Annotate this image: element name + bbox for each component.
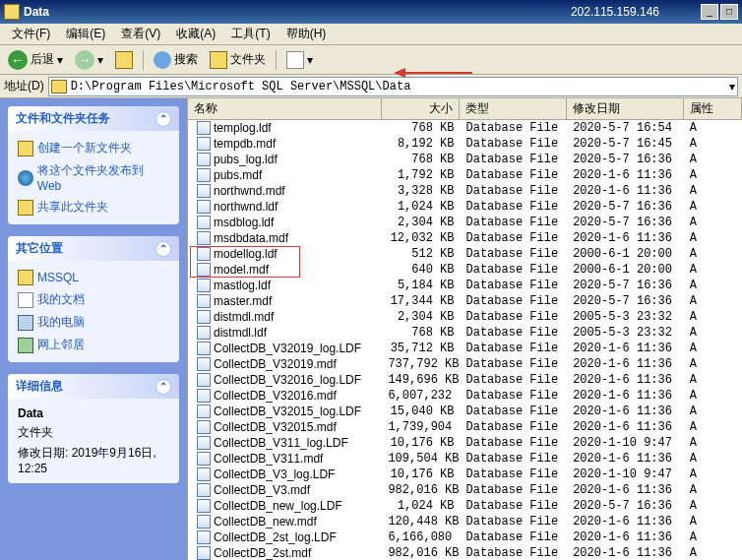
file-attr: A (684, 499, 742, 513)
minimize-button[interactable]: _ (701, 4, 718, 20)
file-name: msdblog.ldf (214, 216, 274, 229)
file-attr: A (684, 389, 742, 403)
file-attr: A (684, 452, 742, 466)
menu-favorites[interactable]: 收藏(A) (168, 24, 223, 44)
other-title: 其它位置 (16, 240, 63, 257)
file-icon (197, 389, 211, 403)
other-header[interactable]: 其它位置 ⌃ (8, 236, 179, 261)
file-row[interactable]: tempdb.mdf8,192 KBDatabase File2020-5-7 … (188, 136, 742, 152)
place-item[interactable]: 我的文档 (18, 288, 169, 311)
file-name: CollectDB_V311_log.LDF (214, 436, 348, 450)
tasks-title: 文件和文件夹任务 (16, 110, 110, 127)
file-row[interactable]: model.mdf640 KBDatabase File2000-6-1 20:… (188, 262, 742, 278)
file-name: distmdl.mdf (214, 310, 274, 324)
menu-view[interactable]: 查看(V) (113, 24, 168, 44)
details-header[interactable]: 详细信息 ⌃ (8, 374, 179, 399)
folders-button[interactable]: 文件夹 (206, 49, 270, 71)
task-item[interactable]: 将这个文件夹发布到 Web (18, 159, 169, 196)
views-button[interactable]: ▾ (282, 49, 317, 71)
file-row[interactable]: CollectDB_new_log.LDF1,024 KBDatabase Fi… (188, 498, 742, 514)
menu-tools[interactable]: 工具(T) (223, 24, 278, 44)
file-attr: A (684, 420, 742, 434)
file-icon (197, 153, 211, 166)
file-row[interactable]: CollectDB_2st_log.LDF6,166,080 KBDatabas… (188, 529, 742, 545)
file-type: Database File (460, 546, 567, 560)
search-button[interactable]: 搜索 (150, 49, 202, 71)
file-row[interactable]: mastlog.ldf5,184 KBDatabase File2020-5-7… (188, 278, 742, 293)
file-type: Database File (460, 137, 567, 151)
file-name: CollectDB_V32015_log.LDF (214, 404, 361, 418)
file-icon (197, 326, 211, 340)
place-label: MSSQL (37, 271, 79, 284)
file-row[interactable]: master.mdf17,344 KBDatabase File2020-5-7… (188, 293, 742, 309)
menu-file[interactable]: 文件(F) (4, 24, 58, 44)
file-row[interactable]: CollectDB_V32016_log.LDF149,696 KBDataba… (188, 372, 742, 388)
file-row[interactable]: templog.ldf768 KBDatabase File2020-5-7 1… (188, 120, 742, 136)
col-date[interactable]: 修改日期 (567, 98, 684, 119)
maximize-button[interactable]: □ (720, 4, 738, 20)
dropdown-icon[interactable]: ▾ (729, 80, 735, 93)
place-item[interactable]: 网上邻居 (18, 334, 169, 356)
title-bar: Data 202.115.159.146 _ □ (0, 0, 742, 24)
file-size: 768 KB (382, 121, 460, 135)
file-type: Database File (460, 168, 567, 182)
toolbar: ← 后退 ▾ → ▾ 搜索 文件夹 ▾ (0, 45, 742, 75)
file-date: 2005-5-3 23:32 (567, 310, 684, 324)
file-row[interactable]: CollectDB_V311_log.LDF10,176 KBDatabase … (188, 435, 742, 451)
tasks-header[interactable]: 文件和文件夹任务 ⌃ (8, 106, 179, 131)
file-size: 768 KB (382, 153, 460, 166)
col-name[interactable]: 名称 (188, 98, 382, 119)
file-row[interactable]: CollectDB_V311.mdf109,504 KBDatabase Fil… (188, 451, 742, 467)
task-item[interactable]: 创建一个新文件夹 (18, 137, 169, 159)
place-item[interactable]: 我的电脑 (18, 311, 169, 334)
file-row[interactable]: CollectDB_V32019_log.LDF35,712 KBDatabas… (188, 341, 742, 356)
file-list[interactable]: 名称 大小 类型 修改日期 属性 templog.ldf768 KBDataba… (187, 98, 742, 560)
back-button[interactable]: ← 后退 ▾ (4, 48, 67, 72)
file-type: Database File (460, 216, 567, 229)
address-input[interactable] (71, 80, 729, 93)
file-row[interactable]: pubs.mdf1,792 KBDatabase File2020-1-6 11… (188, 167, 742, 183)
col-size[interactable]: 大小 (382, 98, 460, 119)
place-item[interactable]: MSSQL (18, 267, 169, 288)
file-row[interactable]: CollectDB_V32015.mdf1,739,904 KBDatabase… (188, 419, 742, 435)
file-row[interactable]: CollectDB_new.mdf120,448 KBDatabase File… (188, 514, 742, 529)
file-name: CollectDB_2st.mdf (214, 546, 311, 560)
file-row[interactable]: northwnd.mdf3,328 KBDatabase File2020-1-… (188, 183, 742, 199)
col-attr[interactable]: 属性 (684, 98, 742, 119)
file-date: 2020-5-7 16:36 (567, 294, 684, 308)
file-row[interactable]: CollectDB_V32019.mdf737,792 KBDatabase F… (188, 356, 742, 372)
file-type: Database File (460, 294, 567, 308)
file-row[interactable]: modellog.ldf512 KBDatabase File2000-6-1 … (188, 246, 742, 262)
file-row[interactable]: northwnd.ldf1,024 KBDatabase File2020-5-… (188, 199, 742, 215)
net-icon (18, 338, 33, 353)
file-row[interactable]: msdbdata.mdf12,032 KBDatabase File2020-1… (188, 230, 742, 246)
tasks-panel: 文件和文件夹任务 ⌃ 创建一个新文件夹将这个文件夹发布到 Web共享此文件夹 (8, 106, 179, 224)
col-type[interactable]: 类型 (460, 98, 567, 119)
file-name: tempdb.mdf (214, 137, 276, 151)
file-row[interactable]: distmdl.mdf2,304 KBDatabase File2005-5-3… (188, 309, 742, 325)
file-name: CollectDB_V32015.mdf (214, 420, 337, 434)
up-button[interactable] (111, 49, 137, 71)
menu-help[interactable]: 帮助(H) (278, 24, 335, 44)
file-icon (197, 263, 211, 277)
forward-button[interactable]: → ▾ (71, 48, 107, 72)
file-attr: A (684, 546, 742, 560)
file-size: 982,016 KB (382, 483, 460, 497)
file-type: Database File (460, 499, 567, 513)
menu-edit[interactable]: 编辑(E) (58, 24, 113, 44)
task-item[interactable]: 共享此文件夹 (18, 196, 169, 218)
file-row[interactable]: CollectDB_V3_log.LDF10,176 KBDatabase Fi… (188, 467, 742, 482)
file-row[interactable]: CollectDB_V32016.mdf6,007,232 KBDatabase… (188, 388, 742, 404)
file-icon (197, 483, 211, 497)
details-modified: 修改日期: 2019年9月16日, 12:25 (18, 443, 169, 477)
file-size: 1,024 KB (382, 200, 460, 214)
file-row[interactable]: pubs_log.ldf768 KBDatabase File2020-5-7 … (188, 152, 742, 167)
file-date: 2020-5-7 16:54 (567, 121, 684, 135)
file-row[interactable]: distmdl.ldf768 KBDatabase File2005-5-3 2… (188, 325, 742, 341)
file-row[interactable]: CollectDB_2st.mdf982,016 KBDatabase File… (188, 545, 742, 560)
file-attr: A (684, 153, 742, 166)
file-row[interactable]: CollectDB_V32015_log.LDF15,040 KBDatabas… (188, 404, 742, 419)
file-date: 2020-1-6 11:36 (567, 184, 684, 198)
file-row[interactable]: CollectDB_V3.mdf982,016 KBDatabase File2… (188, 482, 742, 498)
file-row[interactable]: msdblog.ldf2,304 KBDatabase File2020-5-7… (188, 215, 742, 230)
